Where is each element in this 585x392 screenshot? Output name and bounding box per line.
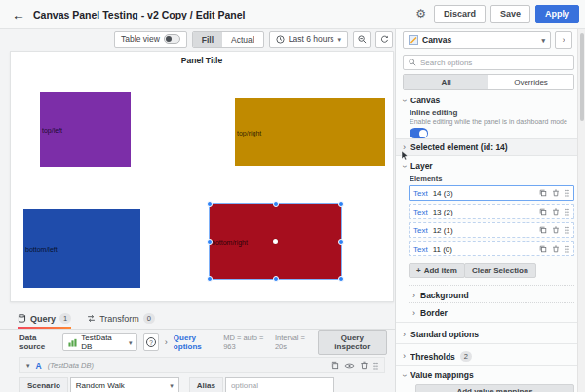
panel-editor: ← Canvas Panel Testing - v2 Copy / Edit …: [0, 0, 585, 392]
remove-query-trash-icon[interactable]: [360, 361, 369, 370]
inline-editing-toggle[interactable]: [410, 128, 428, 138]
drag-handle-icon[interactable]: [565, 245, 569, 253]
chevron-down-icon: ▾: [170, 382, 174, 389]
query-row-header[interactable]: ▾ A (TestData DB): [20, 357, 385, 373]
alias-input[interactable]: [225, 377, 334, 392]
element-type-link[interactable]: Text: [413, 245, 428, 254]
drag-handle-icon[interactable]: [373, 362, 378, 370]
section-thresholds[interactable]: › Thresholds 2: [403, 351, 472, 362]
element-type-link[interactable]: Text: [413, 189, 428, 198]
element-center-anchor[interactable]: [273, 239, 278, 244]
question-circle-icon: ?: [146, 337, 156, 347]
duplicate-element-icon[interactable]: [539, 208, 547, 216]
datasource-picker[interactable]: TestData DB ▾: [62, 333, 137, 351]
element-type-link[interactable]: Text: [413, 226, 428, 235]
table-view-switch-icon[interactable]: [164, 34, 180, 44]
section-canvas-label: Canvas: [410, 96, 440, 105]
options-search-box[interactable]: [403, 55, 574, 70]
element-row-actions: [539, 226, 569, 234]
element-type-link[interactable]: Text: [413, 208, 428, 216]
duplicate-element-icon[interactable]: [539, 226, 547, 234]
max-datapoints-info: MD = auto = 963: [223, 333, 269, 351]
sidebar-scrollbar[interactable]: [577, 29, 585, 392]
delete-element-trash-icon[interactable]: [552, 208, 560, 216]
section-standard-options[interactable]: › Standard options: [403, 330, 479, 339]
divider: [396, 322, 577, 323]
duplicate-query-icon[interactable]: [331, 361, 339, 370]
collapse-pane-button[interactable]: ›: [555, 31, 572, 49]
collapse-query-icon[interactable]: ▾: [26, 362, 30, 369]
chevron-down-icon: ▾: [129, 339, 133, 346]
tab-overrides[interactable]: Overrides: [488, 75, 573, 89]
layer-element-row[interactable]: Text 13 (2): [409, 204, 574, 219]
section-border[interactable]: › Border: [412, 308, 448, 318]
section-background[interactable]: › Background: [412, 291, 469, 300]
options-search-input[interactable]: [420, 59, 568, 67]
section-layer[interactable]: › Layer: [403, 161, 433, 171]
section-selected-element[interactable]: › Selected element (id: 14): [396, 138, 577, 156]
tab-transform[interactable]: Transform 0: [87, 308, 155, 329]
drag-handle-icon[interactable]: [565, 208, 569, 216]
editor-tabs: Query 1 Transform 0: [0, 308, 395, 330]
discard-button[interactable]: Discard: [434, 5, 486, 23]
resize-handle-e[interactable]: [338, 239, 344, 245]
apply-button[interactable]: Apply: [535, 5, 579, 23]
add-item-button[interactable]: + Add item: [409, 263, 465, 278]
time-range-picker[interactable]: Last 6 hours ▾: [269, 31, 348, 48]
resize-handle-se[interactable]: [338, 276, 344, 282]
panel-title[interactable]: Panel Title: [11, 52, 393, 65]
resize-handle-n[interactable]: [273, 201, 279, 207]
duplicate-element-icon[interactable]: [539, 245, 547, 253]
gear-icon[interactable]: ⚙: [415, 8, 426, 20]
section-canvas[interactable]: › Canvas: [403, 96, 440, 105]
canvas-rect-top-left[interactable]: top/left: [40, 92, 131, 167]
query-options-link[interactable]: Query options: [174, 333, 217, 351]
resize-handle-ne[interactable]: [338, 201, 344, 207]
divider: [396, 365, 577, 366]
delete-element-trash-icon[interactable]: [552, 245, 560, 253]
resize-handle-nw[interactable]: [207, 201, 213, 207]
zoom-out-time-button[interactable]: [353, 31, 370, 48]
delete-element-trash-icon[interactable]: [552, 189, 560, 197]
layer-element-row[interactable]: Text 12 (1): [409, 222, 574, 238]
resize-handle-s[interactable]: [273, 276, 279, 282]
add-value-mappings-button[interactable]: Add value mappings: [415, 384, 574, 392]
query-inspector-button[interactable]: Query inspector: [318, 330, 387, 355]
clear-selection-button[interactable]: Clear Selection: [464, 263, 536, 278]
canvas-rect-bottom-right-selected[interactable]: bottom/right: [210, 204, 341, 279]
canvas-rect-top-right[interactable]: top/right: [235, 98, 385, 166]
tab-query[interactable]: Query 1: [18, 308, 71, 329]
chevron-right-icon: ›: [563, 35, 566, 45]
hide-query-eye-icon[interactable]: [344, 362, 355, 370]
resize-handle-sw[interactable]: [207, 276, 213, 282]
elements-label: Elements: [410, 175, 442, 183]
element-name: 12 (1): [433, 226, 453, 235]
tab-transform-label: Transform: [99, 314, 139, 324]
section-value-mappings[interactable]: › Value mappings: [403, 371, 474, 380]
table-view-toggle[interactable]: Table view: [114, 31, 187, 48]
layer-element-row[interactable]: Text 11 (0): [409, 241, 574, 256]
resize-handle-w[interactable]: [207, 239, 213, 245]
canvas-rect-bottom-left[interactable]: bottom/left: [23, 209, 140, 288]
actual-option[interactable]: Actual: [222, 32, 263, 47]
zoom-out-icon: [358, 35, 367, 44]
fill-option[interactable]: Fill: [193, 32, 222, 47]
scrollbar-thumb[interactable]: [580, 33, 584, 121]
drag-handle-icon[interactable]: [565, 189, 569, 197]
tab-all[interactable]: All: [404, 75, 488, 89]
header-actions: ⚙ Discard Save Apply: [415, 5, 579, 23]
table-view-label: Table view: [121, 34, 160, 44]
visualization-picker[interactable]: Canvas ▾: [403, 31, 551, 49]
refresh-button[interactable]: [375, 31, 393, 48]
back-arrow-icon[interactable]: ←: [12, 8, 25, 21]
drag-handle-icon[interactable]: [565, 226, 569, 234]
clear-selection-label: Clear Selection: [472, 266, 528, 275]
save-button[interactable]: Save: [490, 5, 530, 23]
layer-element-row[interactable]: Text 14 (3): [409, 185, 574, 201]
divider: [396, 343, 577, 344]
delete-element-trash-icon[interactable]: [552, 226, 560, 234]
testdata-db-icon: [68, 338, 77, 347]
duplicate-element-icon[interactable]: [539, 189, 547, 197]
scenario-select[interactable]: Random Walk ▾: [70, 377, 179, 392]
datasource-help-button[interactable]: ?: [143, 333, 158, 351]
